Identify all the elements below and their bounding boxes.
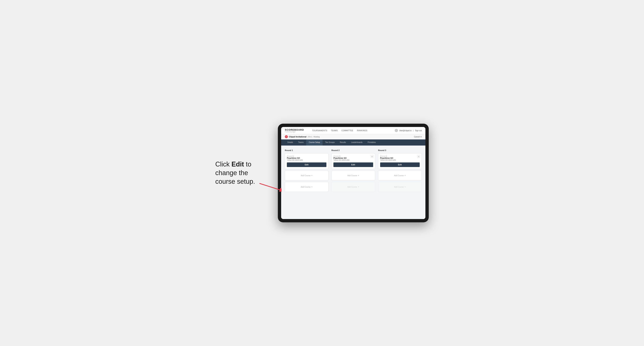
round-2-delete-button[interactable]: ⊟ [370,155,374,158]
round-3-delete-button[interactable]: ⊟ [417,155,420,158]
logo-title: SCOREBOARD [285,129,304,131]
sub-header: C Clippd Invitational (Men) Hosting Canc… [281,134,426,140]
tabs-bar: Details Teams Course Setup Tee Groups Re… [281,140,426,146]
round-2-add-course-2: Add Course + [332,182,375,192]
round-2-add-course-1-plus: + [358,174,359,177]
round-3-course-name: Peachtree GC [380,157,420,159]
round-1-course-label: (Course A) [287,155,326,157]
round-2-column: Round 2 (Course A) Peachtree GC Yellow (… [332,149,375,193]
page-wrapper: Click Edit to change the course setup. S… [7,124,637,222]
round-3-edit-button[interactable]: Edit [380,163,420,167]
round-1-course-details: Yellow (M) (6629 yds) [287,159,326,161]
round-2-course-card: (Course A) Peachtree GC Yellow (M) (6629… [332,153,375,169]
round-3-title: Round 3 [378,149,422,152]
nav-link-teams[interactable]: TEAMS [331,130,338,132]
round-2-course-details: Yellow (M) (6629 yds) [334,159,373,161]
round-3-add-course-2-plus: + [404,185,406,188]
cancel-button[interactable]: Cancel ✕ [414,136,422,138]
nav-right: blair@clippd.io | Sign out [395,129,422,132]
round-3-add-course-1[interactable]: Add Course + [378,171,422,180]
round-3-add-course-1-plus: + [404,174,406,177]
rounds-container: Round 1 (Course A) Peachtree GC Yellow (… [285,149,422,193]
tab-leaderboards[interactable]: Leaderboards [348,140,365,146]
nav-link-rankings[interactable]: RANKINGS [357,130,367,132]
user-email: blair@clippd.io [400,130,412,132]
round-1-add-course-1-label: Add Course [301,174,310,176]
tournament-name: Clippd Invitational [289,136,306,138]
tablet-frame: SCOREBOARD Powered by clippd TOURNAMENTS… [278,124,429,222]
round-3-add-course-2-label: Add Course [394,186,404,188]
tournament-info: C Clippd Invitational (Men) Hosting [285,135,320,138]
round-1-add-course-1[interactable]: Add Course + [285,171,328,180]
tab-tee-groups[interactable]: Tee Groups [322,140,337,146]
round-1-column: Round 1 (Course A) Peachtree GC Yellow (… [285,149,328,193]
hosting-badge: Hosting [313,136,320,138]
svg-line-1 [260,183,280,190]
content-area: Round 1 (Course A) Peachtree GC Yellow (… [281,146,426,219]
round-1-edit-button[interactable]: Edit [287,163,326,167]
tab-details[interactable]: Details [285,140,296,146]
scoreboard-logo: SCOREBOARD Powered by clippd [285,129,304,133]
nav-links: TOURNAMENTS TEAMS COMMITTEE RANKINGS [312,130,367,132]
nav-link-committee[interactable]: COMMITTEE [341,130,353,132]
round-2-course-label: (Course A) [334,155,373,157]
round-3-course-details: Yellow (M) (6629 yds) [380,159,420,161]
separator: | [413,130,414,132]
round-1-add-course-1-plus: + [311,174,312,177]
round-2-add-course-1[interactable]: Add Course + [332,171,375,180]
round-1-add-course-2-label: Add Course [301,186,310,188]
round-3-course-card: (Course A) Peachtree GC Yellow (M) (6629… [378,153,422,169]
tournament-gender: (Men) [308,136,312,138]
sign-out-link[interactable]: Sign out [415,130,422,132]
logo-sub: Powered by clippd [285,131,304,133]
round-2-add-course-1-label: Add Course [348,174,357,176]
tab-teams[interactable]: Teams [296,140,306,146]
tab-printables[interactable]: Printables [365,140,378,146]
bold-edit: Edit [232,161,244,168]
pink-arrow [258,181,282,192]
user-avatar [395,129,398,132]
nav-link-tournaments[interactable]: TOURNAMENTS [312,130,327,132]
round-2-course-name: Peachtree GC [334,157,373,159]
round-1-course-card: (Course A) Peachtree GC Yellow (M) (6629… [285,153,328,169]
round-1-course-name: Peachtree GC [287,157,326,159]
round-1-title: Round 1 [285,149,328,152]
round-2-add-course-2-plus: + [358,185,359,188]
round-2-edit-button[interactable]: Edit [334,163,373,167]
tablet-screen: SCOREBOARD Powered by clippd TOURNAMENTS… [281,127,426,219]
top-nav: SCOREBOARD Powered by clippd TOURNAMENTS… [281,127,426,134]
tab-course-setup[interactable]: Course Setup [306,140,322,146]
round-2-title: Round 2 [332,149,375,152]
round-1-add-course-2-plus: + [311,185,312,188]
round-3-course-label: (Course A) [380,155,420,157]
clippd-logo: C [285,135,288,138]
round-3-add-course-1-label: Add Course [394,174,404,176]
round-2-add-course-2-label: Add Course [348,186,357,188]
round-1-add-course-2[interactable]: Add Course + [285,182,328,192]
round-3-column: Round 3 (Course A) Peachtree GC Yellow (… [378,149,422,193]
tab-results[interactable]: Results [337,140,348,146]
round-3-add-course-2: Add Course + [378,182,422,192]
tablet-area: SCOREBOARD Powered by clippd TOURNAMENTS… [278,124,429,222]
